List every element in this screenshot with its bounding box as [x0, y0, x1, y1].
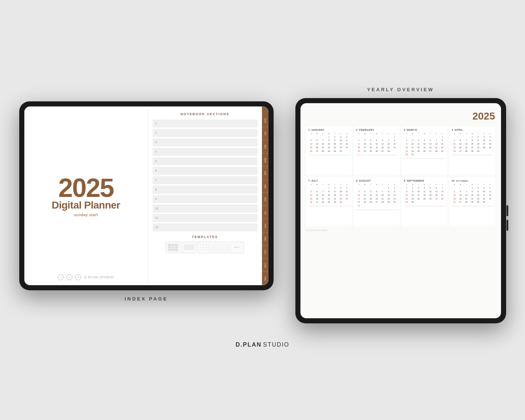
index-content: NOTEBOOK SECTIONS 1 2 3 4 5 6 7 8 9 10 [148, 106, 262, 285]
sidebar-tab-2025[interactable]: 2025 [262, 114, 268, 127]
month-notes-aug [356, 210, 397, 224]
yearly-year: 2025 [306, 110, 495, 122]
list-item: 9 [153, 195, 258, 203]
templates-row: DAILY [153, 242, 258, 253]
sidebar-tab-feb[interactable]: FEB [262, 140, 268, 153]
yearly-overview-label: YEARLY OVERVIEW [367, 87, 434, 92]
template-lines-thumb [182, 242, 196, 253]
planner-cover: 2025 Digital Planner sunday start f ◎ p [24, 106, 148, 285]
tablet-left: 2025 Digital Planner sunday start f ◎ p [19, 101, 274, 290]
tablet-right-screen: 2025 1 JANUARY SMTWTFS ...1234 [300, 103, 501, 318]
sidebar-tab-jun[interactable]: JUN [262, 193, 268, 206]
sidebar-tab-mar[interactable]: MAR [262, 153, 268, 166]
sidebar-tab-nov[interactable]: NOV [262, 259, 268, 272]
bottom-brand: D.PLAN STUDIO [235, 342, 289, 355]
index-items-list: 1 2 3 4 5 6 7 8 9 10 11 12 [153, 120, 258, 231]
templates-section: TEMPLATES [153, 235, 258, 253]
templates-title: TEMPLATES [153, 235, 258, 239]
index-page-label: INDEX PAGE [125, 296, 168, 302]
list-item: 4 [153, 148, 258, 156]
month-july: 7 JULY SMTWTFS ...1234 567891011 1213141… [306, 177, 352, 226]
template-daily-thumb: DAILY [230, 242, 244, 253]
template-dots-thumb [198, 242, 212, 253]
list-item: 8 [153, 186, 258, 194]
template-grid-thumb [166, 242, 180, 253]
month-notes-oct [452, 206, 493, 221]
tablet-right: 2025 1 JANUARY SMTWTFS ...1234 [295, 98, 506, 323]
tablet-right-button [506, 205, 508, 216]
list-item: 7 [153, 176, 258, 184]
index-title: NOTEBOOK SECTIONS [153, 112, 258, 116]
month-notes-mar [404, 158, 445, 173]
year-bottom-brand: D.PLAN STUDIO [306, 229, 495, 231]
brand-bold: D.PLAN [235, 342, 262, 348]
index-page: NOTEBOOK SECTIONS 1 2 3 4 5 6 7 8 9 10 [148, 106, 268, 285]
month-august: 8 AUGUST SMTWTFS .....12 3456789 1011121… [354, 177, 400, 226]
sidebar-tab-jul[interactable]: JUL [262, 206, 268, 219]
sidebar-tab-apr[interactable]: APR [262, 167, 268, 180]
list-item: 6 [153, 167, 258, 175]
brand-light: STUDIO [263, 342, 289, 348]
list-item: 10 [153, 205, 258, 213]
month-february: 2 FEBRUARY SMTWTFS ......1 2345678 91011… [354, 126, 400, 175]
instagram-icon: ◎ [66, 274, 72, 280]
tablet-right-button2 [506, 220, 508, 231]
cover-brand-text: D.PLAN STUDIO [84, 275, 114, 279]
month-january: 1 JANUARY SMTWTFS ...1234 567891011 1213… [306, 126, 352, 175]
right-section: YEARLY OVERVIEW 2025 1 JANUARY SMTWTFS [295, 87, 506, 323]
month-notes-sep [404, 206, 445, 221]
template-blank-thumb [214, 242, 228, 253]
sidebar-tab-jan[interactable]: JAN [262, 127, 268, 140]
list-item: 2 [153, 129, 258, 137]
facebook-icon: f [58, 274, 64, 280]
month-september: 9 SEPTEMBER SMTWTFS 1234567 891011121314… [402, 177, 448, 226]
tablet-left-screen: 2025 Digital Planner sunday start f ◎ p [24, 106, 268, 285]
list-item: 1 [153, 120, 258, 128]
list-item: 5 [153, 157, 258, 165]
sidebar-tab-oct[interactable]: OCT [262, 246, 268, 259]
month-notes-jan [308, 155, 350, 169]
list-item: 11 [153, 214, 258, 222]
month-notes-jul [308, 206, 350, 221]
sidebar-tab-dec[interactable]: DEC [262, 272, 268, 285]
list-item: 3 [153, 138, 258, 146]
month-october: 10 OCTOBER SMTWTFS ...1234 567891011 121… [449, 177, 495, 226]
month-notes-apr [452, 155, 493, 169]
month-notes-feb [356, 155, 397, 169]
month-april: 4 APRIL SMTWTFS ...1234 567891011 121314… [449, 126, 495, 175]
cover-bottom: f ◎ p D.PLAN STUDIO [58, 274, 114, 280]
cover-year: 2025 [58, 175, 113, 201]
sidebar-tab-may[interactable]: MAY [262, 180, 268, 193]
main-container: 2025 Digital Planner sunday start f ◎ p [0, 65, 525, 338]
cover-title: Digital Planner [52, 199, 120, 211]
cover-subtitle: sunday start [74, 213, 98, 217]
index-sidebar: 2025 JAN FEB MAR APR MAY JUN JUL AUG SEP… [262, 106, 268, 285]
sidebar-tab-aug[interactable]: AUG [262, 219, 268, 232]
list-item: 12 [153, 223, 258, 231]
month-march: 3 MARCH SMTWTFS ......1 2345678 91011121… [402, 126, 448, 175]
left-section: 2025 Digital Planner sunday start f ◎ p [19, 87, 274, 302]
pinterest-icon: p [75, 274, 81, 280]
calendar-grid: 1 JANUARY SMTWTFS ...1234 567891011 1213… [306, 126, 495, 227]
sidebar-tab-sep[interactable]: SEP [262, 233, 268, 246]
